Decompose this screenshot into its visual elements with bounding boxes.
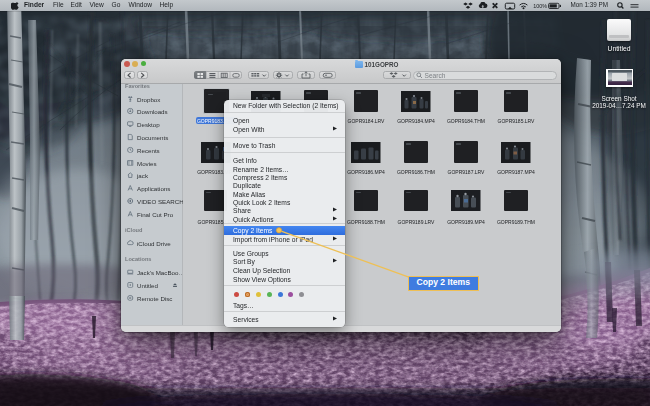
- svg-text:100%: 100%: [533, 3, 547, 9]
